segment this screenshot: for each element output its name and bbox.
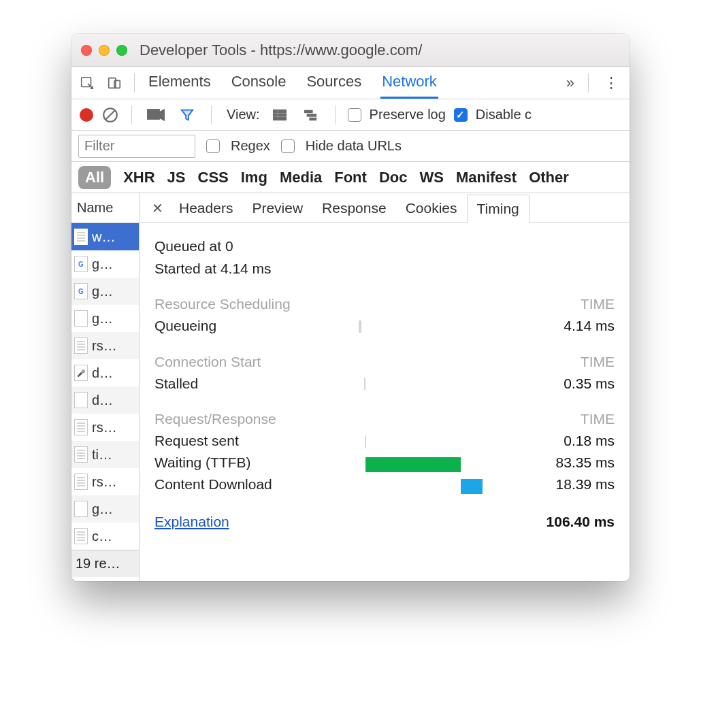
stalled-row: Stalled 0.35 ms [154,373,615,395]
divider [211,105,212,125]
tab-network[interactable]: Network [380,67,438,99]
zoom-window-button[interactable] [116,45,127,56]
tab-elements[interactable]: Elements [147,67,212,99]
file-icon [74,392,88,408]
filter-bar: Regex Hide data URLs [71,131,630,162]
file-icon [74,283,88,299]
request-item[interactable]: d… [71,359,139,386]
tab-timing[interactable]: Timing [467,195,529,223]
tab-response[interactable]: Response [312,195,396,222]
record-button[interactable] [80,108,93,122]
filter-other[interactable]: Other [529,169,569,186]
disable-cache-checkbox[interactable] [454,108,468,122]
tab-sources[interactable]: Sources [305,67,363,99]
request-item[interactable]: g… [71,250,139,278]
request-item[interactable]: g… [71,495,139,523]
svg-rect-11 [278,117,286,120]
filter-input[interactable] [78,135,195,158]
tab-console[interactable]: Console [230,67,288,99]
filter-img[interactable]: Img [241,169,267,186]
large-rows-icon[interactable] [268,103,291,127]
svg-rect-10 [273,117,277,120]
request-name: rs… [92,420,117,435]
tab-preview[interactable]: Preview [242,195,312,222]
resource-scheduling-section: Resource Scheduling TIME Queueing 4.14 m… [154,293,615,337]
request-item[interactable]: ti… [71,441,139,468]
explanation-link[interactable]: Explanation [154,511,229,533]
hide-data-urls-checkbox[interactable] [281,139,295,153]
queueing-label: Queueing [154,315,359,337]
file-icon [74,501,88,517]
preserve-log-checkbox[interactable] [348,108,361,122]
svg-rect-14 [310,118,316,120]
request-response-section: Request/Response TIME Request sent 0.18 … [154,408,615,496]
timing-panel: Queued at 0 Started at 4.14 ms Resource … [140,223,630,548]
svg-rect-13 [307,114,316,116]
filter-css[interactable]: CSS [198,169,229,186]
request-item[interactable]: g… [71,305,139,332]
request-name: ti… [92,447,112,463]
inspect-element-icon[interactable] [76,71,99,95]
capture-screenshots-icon[interactable] [144,103,167,127]
close-window-button[interactable] [81,45,92,56]
ttfb-bar [365,457,461,472]
stalled-label: Stalled [154,373,359,395]
request-item[interactable]: rs… [71,468,139,495]
request-sent-row: Request sent 0.18 ms [154,431,615,452]
section-header: Connection Start [154,351,261,374]
close-detail-icon[interactable]: ✕ [145,200,169,216]
panel-tabs: Elements Console Sources Network [147,67,438,99]
network-content: Name w…g…g…g…rs…d…d…rs…ti…rs…g…c… 19 re…… [71,193,630,581]
request-list: Name w…g…g…g…rs…d…d…rs…ti…rs…g…c… 19 re… [71,193,140,581]
more-tabs-icon[interactable]: » [561,74,580,92]
time-header: TIME [581,351,615,374]
download-label: Content Download [154,474,359,496]
request-name: g… [92,284,113,299]
traffic-lights [81,45,127,56]
minimize-window-button[interactable] [99,45,110,56]
view-label: View: [227,107,260,122]
tab-cookies[interactable]: Cookies [396,195,467,222]
clear-log-icon[interactable] [101,106,119,124]
request-sent-bar [365,435,366,448]
request-name: g… [92,257,113,272]
filter-doc[interactable]: Doc [379,169,408,186]
request-item[interactable]: g… [71,278,139,305]
filter-font[interactable]: Font [334,169,367,186]
request-sent-value: 0.18 ms [564,430,615,452]
queueing-row: Queueing 4.14 ms [154,316,615,337]
network-toolbar: View: Preserve log Disable c [71,99,630,131]
stalled-bar [364,378,365,390]
request-item[interactable]: d… [71,386,139,414]
filter-manifest[interactable]: Manifest [456,169,517,186]
tab-headers[interactable]: Headers [169,195,242,222]
file-icon [74,229,88,245]
waterfall-view-icon[interactable] [299,103,323,127]
svg-rect-8 [273,114,277,116]
divider [588,73,589,93]
filter-js[interactable]: JS [167,169,186,186]
settings-menu-icon[interactable]: ⋮ [597,79,625,86]
divider [335,105,336,125]
filter-ws[interactable]: WS [419,169,443,186]
preserve-log-label: Preserve log [370,107,446,122]
request-name: g… [92,311,113,327]
request-item[interactable]: c… [71,523,139,550]
filter-toggle-icon[interactable] [176,103,199,127]
filter-media[interactable]: Media [280,169,322,186]
request-item[interactable]: w… [71,223,139,250]
toggle-device-toolbar-icon[interactable] [103,71,126,95]
section-header: Request/Response [154,408,276,431]
request-item[interactable]: rs… [71,332,139,359]
name-column-header[interactable]: Name [71,193,139,223]
request-item[interactable]: rs… [71,414,139,441]
filter-xhr[interactable]: XHR [123,169,154,186]
filter-all[interactable]: All [78,166,111,189]
resource-type-filters: All XHR JS CSS Img Media Font Doc WS Man… [71,162,630,193]
regex-label: Regex [231,138,270,154]
detail-tabs: ✕ Headers Preview Response Cookies Timin… [140,193,630,223]
queueing-value: 4.14 ms [564,315,615,337]
regex-checkbox[interactable] [206,139,220,153]
disable-cache-label: Disable c [476,107,532,122]
svg-line-4 [106,110,115,119]
